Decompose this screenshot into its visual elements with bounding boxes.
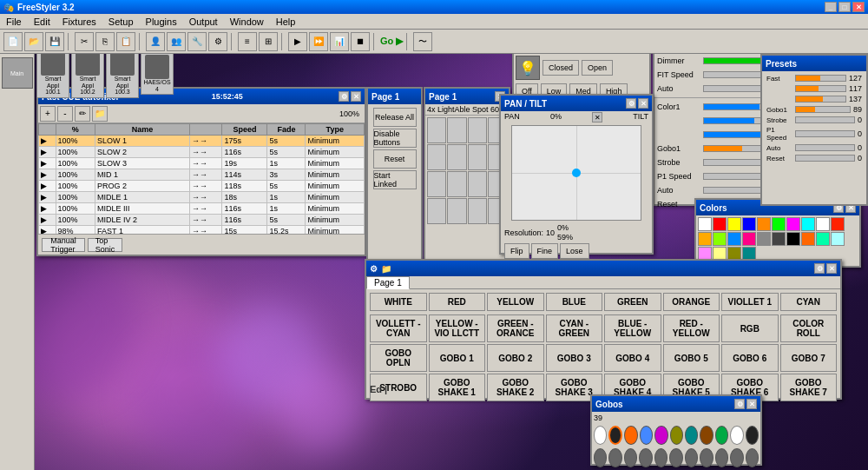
reset-btn[interactable]: Reset (373, 149, 417, 169)
color-swatch-19[interactable] (831, 232, 845, 246)
gobo-settings[interactable]: ⚙ (734, 399, 745, 409)
grid-button[interactable]: ⊞ (259, 32, 278, 51)
scene-cell-7[interactable] (468, 144, 487, 170)
gobo-swatch2-0[interactable] (594, 448, 607, 467)
cut-button[interactable]: ✂ (75, 32, 94, 51)
palette-row3-btn-3[interactable]: GOBO 3 (546, 344, 603, 372)
palette-row2-btn-5[interactable]: RED - YELLOW (663, 314, 720, 342)
menu-output[interactable]: Output (187, 17, 220, 27)
color-swatch-3[interactable] (742, 217, 756, 231)
menu-setup[interactable]: Setup (106, 17, 136, 27)
color-swatch-0[interactable] (698, 217, 712, 231)
stop-button[interactable]: ⏹ (351, 32, 370, 51)
menu-edit[interactable]: Edit (31, 17, 53, 27)
palette-row4-btn-7[interactable]: GOBO SHAKE 7 (780, 374, 838, 401)
palette-row2-btn-3[interactable]: CYAN - GREEN (546, 314, 603, 342)
scene-cell-15[interactable] (468, 198, 487, 224)
gobo-swatch2-1[interactable] (608, 448, 621, 467)
fine-btn[interactable]: Fine (531, 243, 559, 259)
palette-row3-btn-0[interactable]: GOBO OPLN (370, 344, 427, 372)
ps4-track[interactable] (795, 106, 851, 113)
gobo-swatch-6[interactable] (685, 426, 698, 445)
palette-row3-btn-2[interactable]: GOBO 2 (487, 344, 544, 372)
palette-row2-btn-1[interactable]: YELLOW - VIO LLCTT (429, 314, 486, 342)
color-swatch-1[interactable] (713, 217, 727, 231)
lose-btn[interactable]: Lose (560, 243, 589, 259)
palette-row4-btn-2[interactable]: GOBO SHAKE 2 (487, 374, 544, 401)
wave-button[interactable]: 〜 (413, 32, 432, 51)
color-swatch-5[interactable] (772, 217, 786, 231)
palette-row3-btn-4[interactable]: GOBO 4 (604, 344, 661, 372)
color-swatch-8[interactable] (816, 217, 830, 231)
color-swatch-16[interactable] (786, 232, 800, 246)
maximize-button[interactable]: □ (838, 2, 851, 12)
list-button[interactable]: ≡ (238, 32, 257, 51)
cue-window-close[interactable]: ✕ (351, 91, 361, 102)
gobo-swatch2-5[interactable] (669, 448, 682, 467)
fixture-icon-4[interactable]: HAES/OS 4 (141, 52, 174, 95)
gobo-swatch-1[interactable] (608, 426, 622, 445)
ff-button[interactable]: ⏩ (309, 32, 328, 51)
palette-row2-btn-7[interactable]: COLOR ROLL (780, 314, 838, 342)
color-swatch-17[interactable] (801, 232, 815, 246)
palette-row4-btn-1[interactable]: GOBO SHAKE 1 (429, 374, 486, 401)
ps6-track[interactable] (795, 130, 855, 137)
lamp-open-btn[interactable]: Open (582, 60, 613, 76)
palette-row1-btn-6[interactable]: VIOLLET 1 (721, 293, 779, 311)
color-swatch-7[interactable] (801, 217, 815, 231)
fixture-icon-1[interactable]: SmartAppl 100.1 (36, 49, 69, 98)
cue-table-container[interactable]: % Name Speed Fade Type ▶ 100% SLOW 1 →→ … (38, 123, 365, 251)
cue-row[interactable]: ▶ 100% MID 1 →→ 114s 3s Minimum (39, 169, 365, 181)
scene-cell-10[interactable] (447, 171, 466, 197)
scene-cell-13[interactable] (427, 198, 446, 224)
fixture1-button[interactable]: 👤 (146, 32, 165, 51)
disable-buttons-btn[interactable]: Disable Buttons (373, 129, 417, 148)
cue-del-btn[interactable]: - (57, 106, 73, 122)
color-swatch-12[interactable] (727, 232, 741, 246)
fixture4-button[interactable]: ⚙ (208, 32, 227, 51)
pantilt-x-btn[interactable]: ✕ (592, 112, 602, 122)
gobo-swatch-4[interactable] (654, 426, 667, 445)
gobo-swatch2-8[interactable] (715, 448, 728, 467)
new-button[interactable]: 📄 (3, 32, 23, 51)
scene-cell-5[interactable] (427, 144, 446, 170)
cue-folder-btn[interactable]: 📁 (92, 106, 108, 122)
gobo-close[interactable]: ✕ (746, 399, 757, 409)
cue-add-btn[interactable]: + (40, 106, 56, 122)
manual-trigger[interactable]: ManualTrigger (42, 238, 85, 252)
gobo-swatch2-2[interactable] (624, 448, 637, 467)
color-swatch-2[interactable] (727, 217, 741, 231)
palette-row1-btn-7[interactable]: CYAN (780, 293, 838, 311)
color-swatch-15[interactable] (772, 232, 786, 246)
ps5-track[interactable] (795, 116, 855, 123)
gobo-swatch2-7[interactable] (700, 448, 713, 467)
color-swatch-4[interactable] (757, 217, 771, 231)
palette-row3-btn-7[interactable]: GOBO 7 (780, 344, 838, 372)
gobo-swatch2-6[interactable] (685, 448, 698, 467)
palette-row1-btn-4[interactable]: GREEN (604, 293, 661, 311)
top-sonic[interactable]: TopSonic (88, 238, 122, 252)
open-button[interactable]: 📂 (24, 32, 43, 51)
palette-row2-btn-2[interactable]: GREEN - ORANCE (487, 314, 544, 342)
gobo-swatch-8[interactable] (715, 426, 728, 445)
ps2-track[interactable] (795, 85, 846, 92)
palette-row3-btn-5[interactable]: GOBO 5 (663, 344, 720, 372)
fixture3-button[interactable]: 🔧 (187, 32, 207, 51)
color-swatch-10[interactable] (698, 232, 712, 246)
cue-row[interactable]: ▶ 100% SLOW 2 →→ 116s 5s Minimum (39, 147, 365, 158)
palette-row1-btn-1[interactable]: RED (429, 293, 486, 311)
cue-row[interactable]: ▶ 100% MIDLE III →→ 116s 1s Minimum (39, 203, 365, 215)
color-swatch-11[interactable] (713, 232, 727, 246)
ps7-track[interactable] (795, 144, 855, 151)
gobo-swatch-2[interactable] (624, 426, 637, 445)
scene-cell-9[interactable] (427, 171, 446, 197)
gobo-swatch2-4[interactable] (654, 448, 667, 467)
color-swatch-6[interactable] (786, 217, 800, 231)
scene-cell-2[interactable] (447, 117, 466, 143)
color-swatch-14[interactable] (757, 232, 771, 246)
save-button[interactable]: 💾 (45, 32, 64, 51)
scene-cell-3[interactable] (468, 117, 487, 143)
bars-button[interactable]: 📊 (330, 32, 349, 51)
ps3-track[interactable] (795, 96, 846, 103)
palette-row2-btn-4[interactable]: BLUE - YELLOW (604, 314, 661, 342)
